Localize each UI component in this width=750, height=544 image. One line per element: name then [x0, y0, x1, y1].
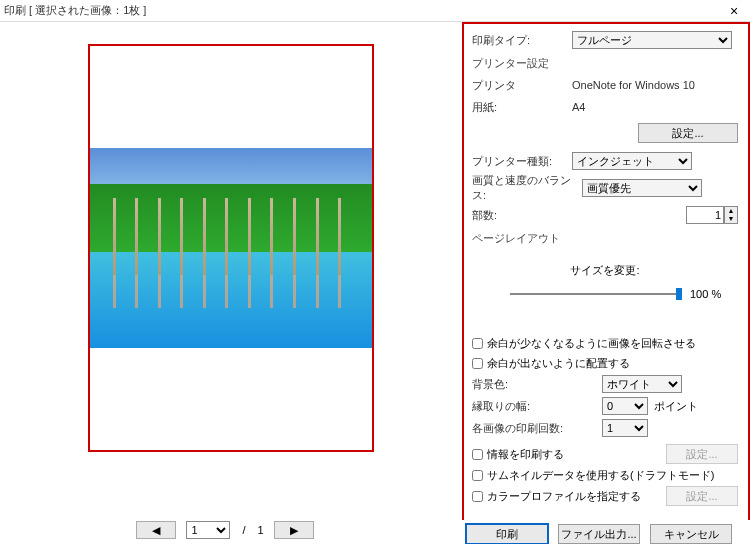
copies-per-image-label: 各画像の印刷回数:: [472, 421, 602, 436]
main-area: 印刷タイプ: フルページ プリンター設定 プリンタ OneNote for Wi…: [0, 22, 750, 520]
preview-pane: [0, 22, 462, 520]
copies-per-image-select[interactable]: 1: [602, 419, 648, 437]
thumbnail-label: サムネイルデータを使用する(ドラフトモード): [487, 468, 714, 483]
file-output-button[interactable]: ファイル出力...: [558, 524, 640, 544]
printer-value: OneNote for Windows 10: [572, 79, 695, 91]
page-separator: /: [242, 524, 245, 536]
rotate-checkbox-label: 余白が少なくなるように画像を回転させる: [487, 336, 696, 351]
paper-value: A4: [572, 101, 585, 113]
print-type-select[interactable]: フルページ: [572, 31, 732, 49]
spin-down-icon: ▼: [725, 215, 737, 223]
slider-thumb[interactable]: [676, 288, 682, 300]
slider-value: 100 %: [690, 288, 721, 300]
page-layout-header: ページレイアウト: [472, 231, 738, 246]
border-width-label: 縁取りの幅:: [472, 399, 602, 414]
window-title: 印刷 [ 選択された画像：1枚 ]: [4, 3, 722, 18]
preview-image: [90, 148, 372, 348]
resize-label: サイズを変更:: [570, 263, 639, 278]
paper-label: 用紙:: [472, 100, 572, 115]
copies-spinner[interactable]: ▲▼: [724, 206, 738, 224]
bg-color-select[interactable]: ホワイト: [602, 375, 682, 393]
footer-buttons: 印刷 ファイル出力... キャンセル: [450, 520, 750, 544]
border-width-select[interactable]: 0: [602, 397, 648, 415]
spin-up-icon: ▲: [725, 207, 737, 215]
color-profile-settings-button: 設定...: [666, 486, 738, 506]
preview-page: [88, 44, 374, 452]
fit-checkbox-label: 余白が出ないように配置する: [487, 356, 630, 371]
pager: ◀ 1 / 1 ▶: [0, 518, 450, 542]
print-info-settings-button: 設定...: [666, 444, 738, 464]
page-select[interactable]: 1: [186, 521, 230, 539]
print-button[interactable]: 印刷: [466, 524, 548, 544]
close-icon[interactable]: ×: [722, 3, 746, 19]
printer-kind-select[interactable]: インクジェット: [572, 152, 692, 170]
settings-panel: 印刷タイプ: フルページ プリンター設定 プリンタ OneNote for Wi…: [462, 22, 750, 520]
copies-label: 部数:: [472, 208, 572, 223]
prev-page-button[interactable]: ◀: [136, 521, 176, 539]
color-profile-checkbox[interactable]: [472, 491, 483, 502]
titlebar: 印刷 [ 選択された画像：1枚 ] ×: [0, 0, 750, 22]
cancel-button[interactable]: キャンセル: [650, 524, 732, 544]
next-page-button[interactable]: ▶: [274, 521, 314, 539]
print-info-checkbox[interactable]: [472, 449, 483, 460]
copies-input[interactable]: [686, 206, 724, 224]
quality-label: 画質と速度のバランス:: [472, 173, 582, 203]
printer-settings-header: プリンター設定: [472, 56, 738, 71]
fit-checkbox[interactable]: [472, 358, 483, 369]
printer-label: プリンタ: [472, 78, 572, 93]
border-width-unit: ポイント: [654, 399, 698, 414]
triangle-left-icon: ◀: [152, 524, 160, 537]
print-info-label: 情報を印刷する: [487, 447, 564, 462]
print-type-label: 印刷タイプ:: [472, 33, 572, 48]
printer-settings-button[interactable]: 設定...: [638, 123, 738, 143]
page-total: 1: [257, 524, 263, 536]
rotate-checkbox[interactable]: [472, 338, 483, 349]
bg-color-label: 背景色:: [472, 377, 602, 392]
size-slider[interactable]: [510, 293, 682, 295]
triangle-right-icon: ▶: [290, 524, 298, 537]
color-profile-label: カラープロファイルを指定する: [487, 489, 641, 504]
quality-select[interactable]: 画質優先: [582, 179, 702, 197]
thumbnail-checkbox[interactable]: [472, 470, 483, 481]
printer-kind-label: プリンター種類:: [472, 154, 572, 169]
